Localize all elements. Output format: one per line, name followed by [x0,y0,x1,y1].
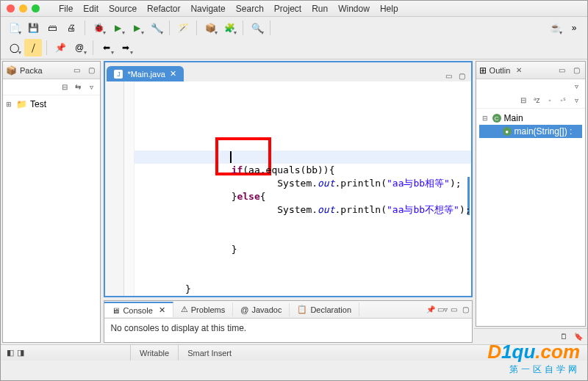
outline-item-label: Main [504,113,523,123]
menu-icon[interactable]: ▿ [85,81,97,93]
save-icon[interactable]: 💾 [24,19,42,37]
minimize-icon[interactable]: ▭ [448,304,460,316]
collapse-icon[interactable]: ⊟ [59,81,71,93]
close-icon[interactable]: ✕ [159,305,165,315]
new-icon[interactable]: 📄 [5,19,23,37]
console-panel: 🖥Console✕⚠Problems@Javadoc📋Declaration📌▭… [104,300,472,343]
forward-icon[interactable]: ➡ [117,39,135,57]
javadoc-icon: @ [240,305,248,314]
editor-gutter [105,81,124,296]
back-icon[interactable]: ⬅ [98,39,115,57]
menu-help[interactable]: Help [376,2,403,15]
window-titlebar: FileEditSourceRefactorNavigateSearchProj… [1,1,587,17]
outline-view: ⊞ Outlin ✕ ▭ ▢ ▿ ⊟ᵃz◦◦ˢ▿ ⊟CMain●main(Str… [476,61,586,327]
menu-refactor[interactable]: Refactor [143,2,184,15]
code-line[interactable] [139,269,470,283]
outline-item-label: main(String[]) : [514,126,573,137]
package-explorer-view: 📦 Packa ▭ ▢ ⊟⇆▿ ⊞📁Test [2,61,101,343]
pin-console-icon[interactable]: 📌 [425,304,437,316]
editor-tab-main-java[interactable]: J *Main.java ✕ [107,66,183,81]
menu-run[interactable]: Run [307,2,332,15]
new-package-icon[interactable]: 📦 [201,19,219,37]
pin-icon[interactable]: 📌 [51,39,69,57]
code-editor[interactable]: if(aa.equals(bb)){ System.out.println("a… [105,81,470,296]
package-tree[interactable]: ⊞📁Test [3,95,100,113]
code-line[interactable]: if(aa.equals(bb)){ [139,164,470,177]
minimize-window-icon[interactable] [19,4,27,12]
link-icon[interactable]: ⇆ [72,81,84,93]
wand-icon[interactable]: 🪄 [174,19,192,37]
save-all-icon[interactable]: 🗃 [43,19,61,37]
tab-declaration[interactable]: 📋Declaration [290,302,359,316]
menu-edit[interactable]: Edit [79,2,103,15]
package-explorer-icon: 📦 [6,65,17,76]
hide-static-icon[interactable]: ◦ˢ [557,95,569,106]
search-icon[interactable]: 🔍 [248,19,265,37]
tree-item[interactable]: ⊞📁Test [6,98,97,110]
maximize-view-icon[interactable]: ▢ [85,65,97,76]
outline-item[interactable]: ●main(String[]) : [479,125,582,138]
console-icon: 🖥 [112,306,120,315]
external-tools-icon[interactable]: 🔧 [147,19,165,37]
tab-problems[interactable]: ⚠Problems [173,302,233,316]
outline-item[interactable]: ⊟CMain [479,112,582,125]
outline-cls-icon: C [492,114,501,123]
code-line[interactable]: System.out.println("aa与bb不想等"); [139,203,470,217]
new-class-icon[interactable]: 🧩 [220,19,238,37]
menu-window[interactable]: Window [334,2,374,15]
annotation-icon[interactable]: @ [71,39,88,57]
declaration-icon: 📋 [297,305,307,314]
debug-icon[interactable]: 🐞 [90,19,107,37]
status-icon[interactable]: ◧ [7,348,14,357]
view-menu-icon[interactable]: ▿ [570,80,582,92]
status-icon[interactable]: ◨ [17,348,24,357]
status-insert-mode: Smart Insert [178,345,240,360]
menubar: FileEditSourceRefactorNavigateSearchProj… [54,2,403,15]
main-toolbar: 📄💾🗃🖨🐞▶▶🔧🪄📦🧩🔍☕» ◯⧸📌@⬅➡ [1,17,587,59]
close-outline-icon[interactable]: ✕ [513,65,525,76]
maximize-icon[interactable]: ▢ [460,304,472,316]
code-line[interactable]: System.out.println("aa与bb相等"); [139,177,470,190]
perspective-switcher[interactable]: ☕ [546,19,564,37]
current-line-highlight [135,150,470,164]
minimize-view-icon[interactable]: ▭ [556,65,567,76]
toolbar-overflow-icon[interactable]: » [565,19,583,37]
menu-file[interactable]: File [54,2,77,15]
tab-javadoc[interactable]: @Javadoc [233,303,290,316]
menu-source[interactable]: Source [104,2,141,15]
breakpoint-icon[interactable]: ◯ [5,39,23,57]
code-line[interactable]: } [139,243,470,256]
code-line[interactable]: } [139,283,470,296]
minimize-view-icon[interactable]: ▭ [71,65,82,76]
minimize-icon[interactable]: ▭ [443,70,455,81]
az-icon[interactable]: ᵃz [531,95,542,106]
console-menu-icon[interactable]: ▭▿ [437,304,448,316]
menu-navigate[interactable]: Navigate [186,2,229,15]
zoom-window-icon[interactable] [32,4,40,12]
code-line[interactable]: }else{ [139,190,470,203]
maximize-icon[interactable]: ▢ [456,70,468,81]
skip-breakpoints-icon[interactable]: ⧸ [24,39,42,57]
tree-expander-icon[interactable]: ⊟ [482,115,490,122]
tree-expander-icon[interactable]: ⊞ [6,101,13,108]
menu-icon[interactable]: ▿ [570,95,582,106]
java-file-icon: J [114,70,123,79]
maximize-view-icon[interactable]: ▢ [570,65,582,76]
menu-search[interactable]: Search [232,2,268,15]
hide-fields-icon[interactable]: ◦ [544,95,556,106]
run-config-icon[interactable]: ▶ [128,19,146,37]
status-writable: Writable [130,345,178,360]
close-tab-icon[interactable]: ✕ [170,69,176,79]
close-window-icon[interactable] [7,4,15,12]
sort-icon[interactable]: ⊟ [517,95,529,106]
project-icon: 📁 [16,99,27,109]
menu-project[interactable]: Project [270,2,306,15]
tab-console[interactable]: 🖥Console✕ [104,302,173,317]
code-line[interactable] [139,256,470,269]
run-icon[interactable]: ▶ [109,19,126,37]
code-line[interactable] [139,217,470,230]
print-icon[interactable]: 🖨 [62,19,80,37]
outline-tree[interactable]: ⊟CMain●main(String[]) : [476,109,585,141]
code-line[interactable] [139,230,470,243]
outline-icon: ⊞ [479,65,487,76]
